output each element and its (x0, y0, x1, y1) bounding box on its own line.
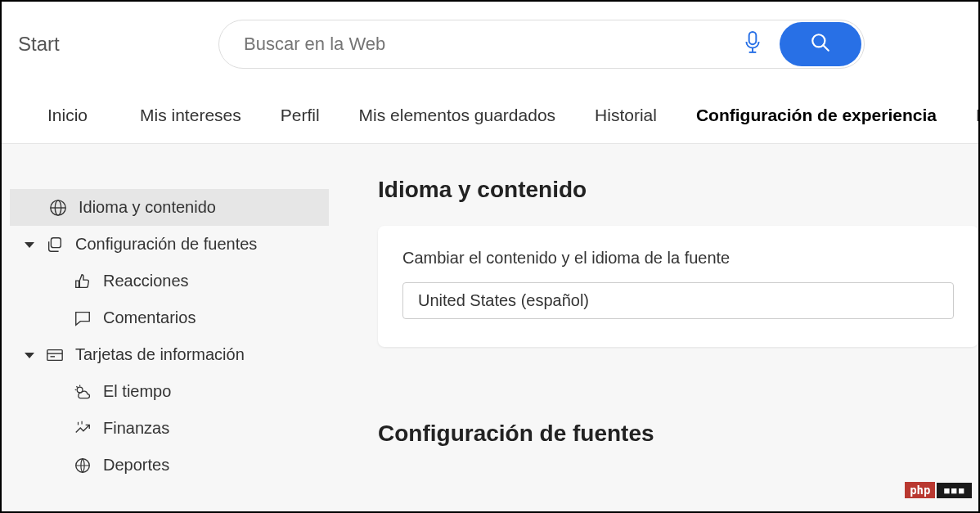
sidebar-item-sources[interactable]: Configuración de fuentes (10, 226, 329, 263)
sidebar-item-label: Tarjetas de información (75, 345, 245, 364)
mic-button[interactable] (732, 24, 773, 65)
chart-icon (74, 420, 92, 438)
sidebar-item-weather[interactable]: El tiempo (10, 373, 329, 410)
language-card: Cambiar el contenido y el idioma de la f… (378, 226, 978, 347)
chevron-down-icon[interactable] (25, 350, 34, 360)
search-bar (218, 20, 865, 69)
search-button[interactable] (780, 22, 861, 66)
svg-line-15 (76, 386, 77, 387)
sidebar-item-reactions[interactable]: Reacciones (10, 263, 329, 299)
globe-icon (49, 199, 67, 217)
language-select[interactable]: United States (español) (402, 282, 954, 319)
search-input[interactable] (219, 34, 732, 55)
nav-profile[interactable]: Perfil (261, 106, 339, 125)
main: Idioma y contenido Configuración de fuen… (2, 144, 978, 511)
header: Start (2, 2, 978, 87)
sidebar-item-comments[interactable]: Comentarios (10, 299, 329, 336)
copy-icon (46, 236, 64, 254)
sidebar-item-info-cards[interactable]: Tarjetas de información (10, 336, 329, 373)
sidebar: Idioma y contenido Configuración de fuen… (2, 144, 337, 511)
svg-rect-8 (51, 237, 61, 247)
watermark-cn: ■■■ (937, 483, 972, 498)
sidebar-item-sports[interactable]: Deportes (10, 447, 329, 484)
sidebar-item-label: El tiempo (103, 382, 171, 401)
svg-rect-0 (749, 32, 757, 44)
watermark: php ■■■ (905, 482, 972, 498)
svg-rect-9 (47, 349, 62, 360)
watermark-php: php (905, 482, 935, 498)
nav-saved[interactable]: Mis elementos guardados (339, 106, 575, 125)
comment-icon (74, 309, 92, 327)
thumbs-up-icon (74, 272, 92, 290)
weather-icon (74, 383, 92, 401)
sidebar-item-label: Finanzas (103, 419, 169, 438)
nav-interests[interactable]: Mis intereses (120, 106, 261, 125)
card-icon (46, 346, 64, 364)
chevron-down-icon[interactable] (25, 240, 34, 250)
sidebar-item-finance[interactable]: Finanzas (10, 410, 329, 447)
sidebar-item-label: Reacciones (103, 272, 189, 290)
nav-home[interactable]: Inicio (28, 106, 107, 125)
svg-line-4 (823, 45, 829, 51)
nav-experience-settings[interactable]: Configuración de experiencia (677, 106, 956, 125)
section-title-language: Idioma y contenido (378, 177, 978, 203)
sidebar-item-label: Configuración de fuentes (75, 235, 257, 254)
sidebar-item-label: Idioma y contenido (79, 198, 216, 217)
nav-row: Inicio Mis intereses Perfil Mis elemento… (2, 87, 978, 144)
nav-history[interactable]: Historial (575, 106, 677, 125)
content: Idioma y contenido Cambiar el contenido … (337, 144, 978, 511)
sidebar-item-language[interactable]: Idioma y contenido (10, 189, 329, 226)
sidebar-item-label: Comentarios (103, 308, 196, 327)
nav-notifications[interactable]: Not (956, 106, 980, 125)
sports-icon (74, 457, 92, 475)
search-icon (810, 32, 831, 56)
section-title-sources: Configuración de fuentes (378, 421, 978, 447)
card-label: Cambiar el contenido y el idioma de la f… (402, 249, 954, 268)
brand-logo: Start (18, 33, 60, 56)
sidebar-item-label: Deportes (103, 456, 169, 475)
microphone-icon (742, 29, 763, 59)
